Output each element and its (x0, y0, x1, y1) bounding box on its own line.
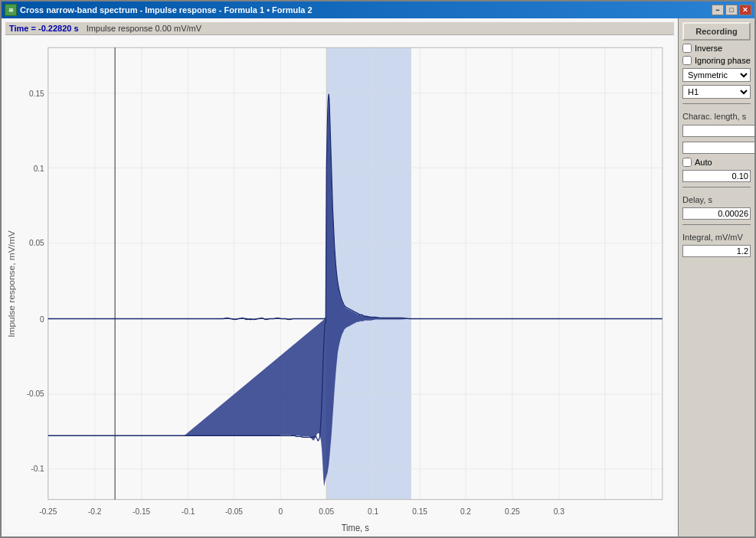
divider-2 (682, 187, 751, 187)
svg-text:-0.25: -0.25 (39, 507, 57, 516)
delay-label: Delay, s (682, 195, 751, 204)
recording-button[interactable]: Recording (682, 22, 751, 41)
delay-input[interactable] (682, 207, 751, 220)
chart-container: Time = -0.22820 s Impulse response 0.00 … (2, 18, 678, 536)
ignoring-phase-checkbox[interactable] (682, 56, 692, 65)
integral-label: Integral, mV/mV (682, 233, 751, 242)
svg-text:0.05: 0.05 (29, 239, 44, 247)
chart-svg: Impulse response, mV/mV (5, 35, 674, 533)
svg-text:-0.2: -0.2 (88, 507, 102, 516)
svg-text:0.05: 0.05 (319, 507, 334, 516)
maximize-button[interactable]: □ (725, 5, 738, 15)
h1-row: H1 H2 H3 (682, 85, 751, 99)
h1-select[interactable]: H1 H2 H3 (682, 85, 751, 99)
chart-area[interactable]: Impulse response, mV/mV (5, 35, 674, 533)
svg-text:0.1: 0.1 (368, 507, 378, 516)
title-bar: ≋ Cross narrow-band spectrum - Impulse r… (2, 2, 754, 18)
title-bar-buttons: − □ ✕ (712, 5, 751, 15)
svg-text:0: 0 (279, 507, 283, 516)
svg-text:0.3: 0.3 (554, 507, 565, 516)
svg-text:0.15: 0.15 (29, 90, 44, 98)
integral-input[interactable] (682, 245, 751, 257)
charac-length-spinner-2: ▲ ▼ (682, 141, 751, 155)
svg-text:-0.1: -0.1 (182, 507, 195, 516)
svg-text:Time, s: Time, s (342, 523, 369, 533)
svg-text:0: 0 (40, 315, 44, 324)
chart-header: Time = -0.22820 s Impulse response 0.00 … (5, 22, 674, 35)
svg-text:0.1: 0.1 (34, 164, 44, 172)
charac-length-input-1[interactable] (682, 125, 754, 137)
svg-text:0.2: 0.2 (460, 507, 471, 516)
svg-text:-0.05: -0.05 (27, 390, 44, 398)
svg-text:0.25: 0.25 (505, 507, 520, 516)
auto-checkbox[interactable] (682, 158, 692, 167)
svg-text:-0.1: -0.1 (31, 465, 44, 473)
close-button[interactable]: ✕ (739, 5, 751, 15)
auto-row: Auto (682, 158, 751, 167)
window-title: Cross narrow-band spectrum - Impulse res… (20, 5, 712, 15)
inverse-label: Inverse (695, 44, 722, 53)
charac-length-label: Charac. length, s (682, 112, 751, 121)
svg-text:-0.05: -0.05 (225, 507, 243, 516)
divider-3 (682, 224, 751, 225)
charac-length-input-2[interactable] (682, 142, 754, 154)
symmetric-row: Symmetric Causal Acausal (682, 68, 751, 82)
svg-text:-0.15: -0.15 (133, 507, 150, 516)
content-area: Time = -0.22820 s Impulse response 0.00 … (2, 18, 754, 536)
impulse-display: Impulse response 0.00 mV/mV (87, 24, 201, 33)
svg-rect-2 (326, 47, 411, 499)
sidebar: Recording Inverse Ignoring phase Symmetr… (678, 18, 754, 536)
auto-label: Auto (695, 158, 712, 167)
inverse-checkbox[interactable] (682, 44, 692, 53)
ignoring-phase-row: Ignoring phase (682, 56, 751, 65)
time-display: Time = -0.22820 s (9, 24, 79, 33)
inverse-row: Inverse (682, 44, 751, 53)
auto-value-input[interactable] (682, 170, 751, 182)
svg-text:0.15: 0.15 (412, 507, 427, 516)
charac-length-spinner-1: ▲ ▼ (682, 124, 751, 138)
divider-1 (682, 103, 751, 104)
svg-text:Impulse response, mV/mV: Impulse response, mV/mV (8, 230, 17, 337)
ignoring-phase-label: Ignoring phase (695, 56, 751, 65)
minimize-button[interactable]: − (712, 5, 724, 15)
app-icon: ≋ (5, 4, 17, 16)
symmetric-select[interactable]: Symmetric Causal Acausal (682, 68, 751, 82)
main-window: ≋ Cross narrow-band spectrum - Impulse r… (0, 0, 756, 538)
